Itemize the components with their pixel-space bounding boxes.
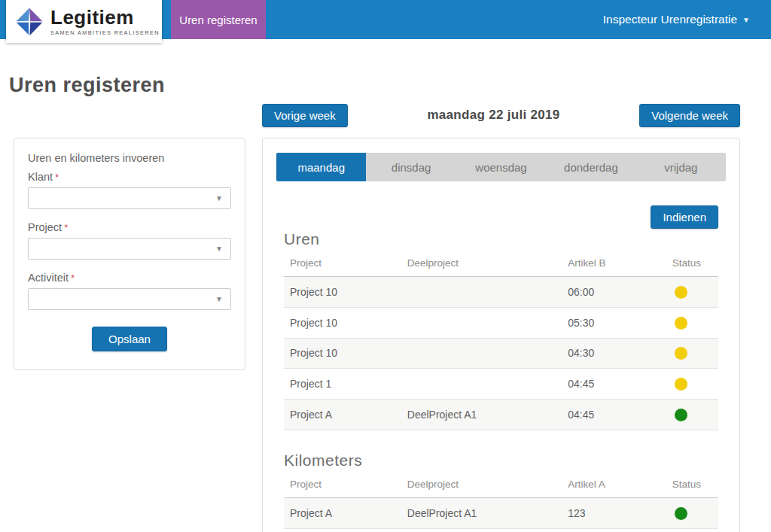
col-project: Project xyxy=(284,253,401,277)
brand-name: Legitiem xyxy=(50,8,160,27)
cell-project: Project 10 xyxy=(284,307,401,338)
status-dot-green xyxy=(675,409,687,421)
day-detail-panel: maandagdinsdagwoensdagdonderdagvrijdag I… xyxy=(262,138,740,532)
entry-form-panel: Uren en kilometers invoeren Klant* ▼ Pro… xyxy=(14,138,245,370)
day-tabs: maandagdinsdagwoensdagdonderdagvrijdag xyxy=(276,153,726,181)
project-select[interactable]: ▼ xyxy=(28,238,231,260)
cell-artikel: 123 xyxy=(562,497,666,528)
cell-deelproject xyxy=(401,277,562,308)
cell-deelproject xyxy=(401,338,562,369)
tab-dinsdag[interactable]: dinsdag xyxy=(366,153,456,181)
uren-table-body: Project 1006:00Project 1005:30Project 10… xyxy=(284,277,718,430)
uren-table-header: Project Deelproject Artikel B Status xyxy=(284,253,718,277)
table-row: Project ADeelProject A104:45 xyxy=(284,400,718,430)
cell-status xyxy=(666,528,718,532)
user-menu[interactable]: Inspecteur Urenregistratie ▼ xyxy=(603,0,750,39)
chevron-down-icon: ▼ xyxy=(215,194,223,202)
cell-status xyxy=(666,497,718,528)
entry-form-column: Uren en kilometers invoeren Klant* ▼ Pro… xyxy=(14,138,245,370)
required-marker: * xyxy=(71,272,75,284)
brand-logo[interactable]: Legitiem SAMEN AMBITIES REALISEREN xyxy=(6,0,162,43)
main-content: Uren registeren Uren en kilometers invoe… xyxy=(0,74,771,532)
user-menu-label: Inspecteur Urenregistratie xyxy=(603,13,737,26)
cell-project: Project 10 xyxy=(284,338,401,369)
cell-project: Project A xyxy=(284,400,401,430)
required-marker: * xyxy=(55,172,59,183)
cell-artikel: 04:45 xyxy=(562,369,666,400)
nav-item-uren-registeren[interactable]: Uren registeren xyxy=(171,0,266,39)
kilometers-table-body: Project ADeelProject A1123Project ADeelP… xyxy=(284,497,718,532)
cell-artikel: 04:45 xyxy=(562,400,666,430)
legitiem-diamond-icon xyxy=(15,8,44,36)
cell-status xyxy=(666,369,718,400)
cell-deelproject: DeelProject A1 xyxy=(401,400,562,430)
submit-button[interactable]: Indienen xyxy=(651,205,718,229)
brand-text: Legitiem SAMEN AMBITIES REALISEREN xyxy=(50,8,160,36)
uren-table: Project Deelproject Artikel B Status Pro… xyxy=(284,253,718,430)
status-dot-yellow xyxy=(675,378,687,391)
col-project: Project xyxy=(284,474,401,498)
cell-deelproject xyxy=(401,369,562,400)
status-dot-yellow xyxy=(675,347,687,360)
col-artikel: Artikel A xyxy=(562,474,666,498)
cell-artikel: 125 xyxy=(562,528,666,532)
week-overview-column: Vorige week maandag 22 juli 2019 Volgend… xyxy=(262,103,740,532)
table-row: Project 1004:30 xyxy=(284,338,718,369)
cell-deelproject: DeelProject A1 xyxy=(401,497,562,528)
page-title: Uren registeren xyxy=(9,74,762,97)
cell-status xyxy=(666,277,718,308)
chevron-down-icon: ▼ xyxy=(215,245,223,253)
col-status: Status xyxy=(666,474,718,498)
required-marker: * xyxy=(64,222,68,233)
form-title: Uren en kilometers invoeren xyxy=(28,152,231,164)
brand-tagline: SAMEN AMBITIES REALISEREN xyxy=(50,29,160,36)
activiteit-select[interactable]: ▼ xyxy=(28,288,231,310)
kilometers-section-title: Kilometers xyxy=(284,451,718,470)
kilometers-table-header: Project Deelproject Artikel A Status xyxy=(284,474,718,498)
cell-artikel: 06:00 xyxy=(562,277,666,308)
cell-deelproject: DeelProject B1 xyxy=(401,528,562,532)
cell-project: Project A xyxy=(284,497,401,528)
cell-project: Project 10 xyxy=(284,277,401,308)
current-day-heading: maandag 22 juli 2019 xyxy=(427,108,559,123)
table-row: Project ADeelProject A1123 xyxy=(284,497,718,528)
col-status: Status xyxy=(666,253,718,277)
table-row: Project ADeelProject B1125 xyxy=(284,528,718,532)
cell-artikel: 04:30 xyxy=(562,338,666,369)
tab-woensdag[interactable]: woensdag xyxy=(456,153,546,181)
cell-project: Project 1 xyxy=(284,369,401,400)
status-dot-green xyxy=(675,507,687,520)
chevron-down-icon: ▼ xyxy=(742,16,750,24)
cell-project: Project A xyxy=(284,528,401,532)
col-deelproject: Deelproject xyxy=(401,253,562,277)
next-week-button[interactable]: Volgende week xyxy=(639,104,740,127)
tab-donderdag[interactable]: donderdag xyxy=(546,153,635,181)
kilometers-table: Project Deelproject Artikel A Status Pro… xyxy=(284,474,718,532)
cell-artikel: 05:30 xyxy=(562,307,666,338)
cell-status xyxy=(666,307,718,338)
col-deelproject: Deelproject xyxy=(401,474,562,498)
klant-label: Klant* xyxy=(28,171,231,183)
tab-maandag[interactable]: maandag xyxy=(276,153,366,181)
cell-deelproject xyxy=(401,307,562,338)
cell-status xyxy=(666,400,718,430)
week-navigation: Vorige week maandag 22 juli 2019 Volgend… xyxy=(262,103,740,127)
uren-section-title: Uren xyxy=(284,230,718,248)
table-row: Project 1005:30 xyxy=(284,307,718,338)
klant-select[interactable]: ▼ xyxy=(28,187,231,209)
col-artikel: Artikel B xyxy=(562,253,666,277)
status-dot-yellow xyxy=(675,317,687,330)
table-row: Project 1006:00 xyxy=(284,277,718,308)
status-dot-yellow xyxy=(675,286,687,299)
table-row: Project 104:45 xyxy=(284,369,718,400)
top-navbar: Legitiem SAMEN AMBITIES REALISEREN Uren … xyxy=(0,0,771,39)
chevron-down-icon: ▼ xyxy=(215,295,223,303)
previous-week-button[interactable]: Vorige week xyxy=(262,104,348,127)
tab-vrijdag[interactable]: vrijdag xyxy=(636,153,726,181)
activiteit-label: Activiteit* xyxy=(28,272,231,284)
cell-status xyxy=(666,338,718,369)
project-label: Project* xyxy=(28,221,231,233)
save-button[interactable]: Opslaan xyxy=(92,327,167,351)
